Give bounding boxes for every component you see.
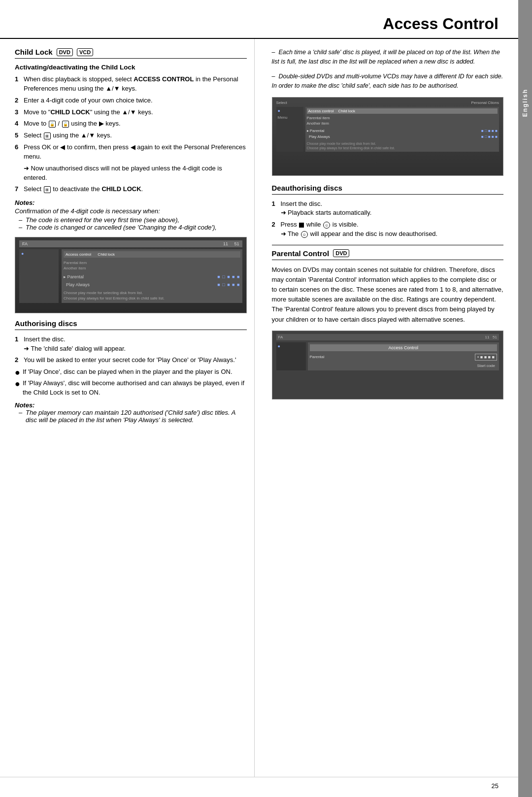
sidebar-label: English [522, 89, 529, 117]
menu-item-parental: ▸ Parental ■ □ ■ ■ ■ [64, 274, 240, 279]
bullet-2: ● If 'Play Always', disc will become aut… [15, 379, 247, 398]
notes-body-1: Confirmation of the 4-digit code is nece… [15, 206, 247, 216]
step-6-arrow: ➜ Now unauthorised discs will not be pla… [15, 164, 247, 183]
content-columns: Child Lock DVD VCD Activating/deactivati… [0, 39, 518, 777]
right-note-2: – Double-sided DVDs and multi-volume VCD… [272, 72, 504, 91]
page-footer: 25 [0, 777, 518, 797]
menu-left-1: ● [19, 249, 59, 303]
screen2-footer: Choose play mode for selecting disk from… [307, 141, 498, 150]
page-header: Access Control [0, 0, 518, 39]
step-6: 6 Press OK or ◀ to confirm, then press ◀… [15, 143, 247, 162]
page-title: Access Control [383, 15, 499, 33]
screen-image-2: Select Personal Ctions ● Menu Access con… [272, 97, 504, 176]
screen3-left: ● [276, 342, 306, 370]
child-lock-heading: Child Lock DVD VCD [15, 48, 247, 59]
menu-footer-1: Choose play mode for selecting disk from… [64, 290, 240, 301]
stop-icon [299, 223, 304, 228]
sidebar-tab: English [518, 0, 532, 797]
page-container: Access Control Child Lock DVD VCD Activa… [0, 0, 532, 797]
smiley-icon: ☺ [323, 222, 330, 229]
screen3-center: Access Control Parental • ■ ■ ■ ■ Start … [308, 342, 499, 370]
right-note-1: – Each time a 'child safe' disc is playe… [272, 48, 504, 67]
main-content: Access Control Child Lock DVD VCD Activa… [0, 0, 518, 797]
auth-notes-dash-1: – The player memory can maintain 120 aut… [19, 409, 247, 424]
step-7: 7 Select ⊞ to deactivate the CHILD LOCK. [15, 185, 247, 194]
auth-notes: Notes: – The player memory can maintain … [15, 401, 247, 424]
dvd-badge: DVD [57, 48, 73, 56]
authorising-steps: 1 Insert the disc. ➜ The 'child safe' di… [15, 335, 247, 365]
screen2-header: Select Personal Ctions [276, 100, 499, 105]
screen3-title: Access Control [310, 344, 498, 351]
step-4: 4 Move to 🔒 / 🔓 using the ▶ keys. [15, 119, 247, 129]
step-1: 1 When disc playback is stopped, select … [15, 75, 247, 94]
child-lock-label: Child Lock [15, 48, 53, 56]
icon-deactivate: ⊞ [44, 186, 51, 193]
icon-lock-on: 🔒 [49, 121, 56, 128]
screen-image-3: FA 11 51 ● Access Control Parental [272, 331, 504, 399]
deauth-step-1: 1 Insert the disc. ➜ Playback starts aut… [272, 199, 504, 218]
step-3: 3 Move to "CHILD LOCK" using the ▲/▼ key… [15, 108, 247, 117]
screen-image-1: FA 11 51 ● Access control Child lock Par… [15, 237, 247, 313]
step-2: 2 Enter a 4-digit code of your own choic… [15, 96, 247, 105]
notes-dash-1: – The code is entered for the very first… [19, 216, 247, 224]
menu-item-playalways: Play Always ■ □ ■ ■ ■ [64, 282, 240, 287]
icon-lock-off: 🔓 [62, 121, 69, 128]
auth-notes-title: Notes: [15, 401, 247, 409]
parental-description: Movies on DVDs may contain scenes not su… [272, 265, 504, 325]
parental-heading: Parental Control DVD [272, 249, 504, 260]
notes-title-1: Notes: [15, 199, 247, 206]
deauth-step-2: 2 Press while ☺ is visible. ➜ The ☺ will… [272, 220, 504, 239]
parental-value: • ■ ■ ■ ■ [475, 354, 497, 361]
activation-steps: 1 When disc playback is stopped, select … [15, 75, 247, 194]
menu-right-1: Access control Child lock Parental item … [62, 249, 242, 303]
screen2-center: Access control Child lock Parental item … [305, 107, 499, 152]
menu-header-1: FA 11 51 [19, 240, 242, 247]
left-column: Child Lock DVD VCD Activating/deactivati… [15, 39, 255, 777]
step-5: 5 Select ⊞ using the ▲/▼ keys. [15, 131, 247, 140]
screen2-row2: Play Always ■ □ ■ ■ ■ [307, 134, 498, 139]
deauth-heading: Deauthorising discs [272, 184, 504, 195]
screen2-left: ● Menu [276, 107, 303, 152]
vcd-badge: VCD [77, 48, 93, 56]
deauth-steps: 1 Insert the disc. ➜ Playback starts aut… [272, 199, 504, 239]
auth-step-1: 1 Insert the disc. ➜ The 'child safe' di… [15, 335, 247, 354]
screen3-parental-row: Parental • ■ ■ ■ ■ [310, 354, 498, 361]
notes-block-1: Notes: Confirmation of the 4-digit code … [15, 199, 247, 231]
screen3-topbar: FA 11 51 [276, 334, 499, 340]
page-number: 25 [492, 782, 499, 790]
screen2-row1: ▸ Parental ■ □ ■ ■ ■ [307, 129, 498, 133]
screen3-startcode: Start code [310, 363, 498, 368]
parental-dvd-badge: DVD [333, 249, 349, 257]
bullet-1: ● If 'Play Once', disc can be played whe… [15, 367, 247, 377]
parental-divider [272, 245, 504, 245]
notes-dash-2: – The code is changed or cancelled (see … [19, 224, 247, 231]
smiley-icon-2: ☺ [301, 231, 308, 238]
authorising-heading: Authorising discs [15, 319, 247, 330]
activating-subheading: Activating/deactivating the Child Lock [15, 64, 247, 71]
right-column: – Each time a 'child safe' disc is playe… [269, 39, 504, 777]
auth-step-2: 2 You will be asked to enter your secret… [15, 356, 247, 365]
icon-select: ⊞ [44, 133, 51, 139]
